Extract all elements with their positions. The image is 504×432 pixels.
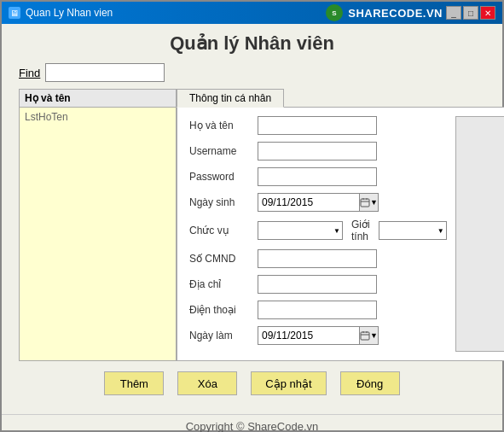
window-icon: 🖥 bbox=[9, 7, 20, 19]
left-panel: Họ và tên LstHoTen bbox=[19, 89, 177, 361]
input-diachi[interactable] bbox=[258, 275, 377, 294]
svg-rect-2 bbox=[361, 199, 369, 207]
find-label: Find bbox=[19, 67, 40, 79]
content-area: Quản lý Nhân viên Find Họ và tên LstHoTe… bbox=[2, 24, 502, 414]
button-row: Thêm Xóa Cập nhật Đóng bbox=[19, 361, 485, 406]
footer-text: Copyright © ShareCode.vn bbox=[186, 420, 319, 432]
title-bar-left: 🖥 Quan Ly Nhan vien bbox=[9, 7, 113, 19]
label-chucvu: Chức vụ bbox=[189, 225, 258, 236]
select-chucvu[interactable] bbox=[258, 221, 343, 240]
list-placeholder: LstHoTen bbox=[25, 111, 174, 123]
calendar-button-ngaysinh[interactable]: ▼ bbox=[360, 193, 379, 212]
minimize-button[interactable]: _ bbox=[446, 6, 461, 20]
form-row-username: Username bbox=[189, 142, 447, 161]
footer: Copyright © ShareCode.vn bbox=[2, 414, 502, 432]
form-row-chucvu: Chức vụ ▼ Giới tính bbox=[189, 219, 447, 242]
them-button[interactable]: Thêm bbox=[104, 371, 164, 395]
date-wrapper-ngaysinh: ▼ bbox=[258, 193, 379, 212]
xoa-button[interactable]: Xóa bbox=[177, 371, 237, 395]
chucvu-gioi-group: ▼ Giới tính ▼ bbox=[258, 219, 447, 242]
close-button[interactable]: ✕ bbox=[480, 6, 495, 20]
form-row-diachi: Địa chỉ bbox=[189, 275, 447, 294]
main-window: 🖥 Quan Ly Nhan vien S SHARECODE.VN _ □ ✕… bbox=[0, 0, 504, 432]
label-diachi: Địa chỉ bbox=[189, 278, 258, 290]
form-row-socmnd: Số CMND bbox=[189, 249, 447, 268]
form-row-ngaylam: Ngày làm ▼ bbox=[189, 326, 447, 345]
photo-area bbox=[455, 116, 504, 352]
label-password: Password bbox=[189, 171, 258, 183]
label-socmnd: Số CMND bbox=[189, 253, 258, 265]
tab-thongtin[interactable]: Thông tin cá nhân bbox=[177, 89, 284, 108]
capnhat-button[interactable]: Cập nhật bbox=[251, 371, 326, 395]
form-section: Họ và tên Username Password bbox=[189, 116, 447, 352]
find-input[interactable] bbox=[45, 63, 165, 82]
maximize-button[interactable]: □ bbox=[463, 6, 478, 20]
tab-bar: Thông tin cá nhân bbox=[177, 89, 504, 108]
input-username[interactable] bbox=[258, 142, 377, 161]
select-gioitinh[interactable] bbox=[379, 221, 447, 240]
label-hoten: Họ và tên bbox=[189, 120, 258, 131]
date-wrapper-ngaylam: ▼ bbox=[258, 326, 379, 345]
calendar-button-ngaylam[interactable]: ▼ bbox=[360, 326, 379, 345]
window-controls: _ □ ✕ bbox=[446, 6, 495, 20]
logo-text: SHARECODE.VN bbox=[348, 7, 443, 20]
input-socmnd[interactable] bbox=[258, 249, 377, 268]
find-row: Find bbox=[19, 63, 485, 82]
input-ngaylam[interactable] bbox=[258, 326, 360, 345]
dong-button[interactable]: Đóng bbox=[340, 371, 400, 395]
page-title: Quản lý Nhân viên bbox=[19, 32, 485, 55]
select-wrapper-gioitinh: ▼ bbox=[379, 221, 447, 240]
form-row-password: Password bbox=[189, 167, 447, 186]
label-ngaysinh: Ngày sinh bbox=[189, 196, 258, 208]
svg-rect-6 bbox=[361, 332, 369, 340]
select-wrapper-chucvu: ▼ bbox=[258, 221, 343, 240]
form-row-dienthoai: Điện thoại bbox=[189, 301, 447, 319]
input-password[interactable] bbox=[258, 167, 377, 186]
label-username: Username bbox=[189, 145, 258, 157]
input-dienthoai[interactable] bbox=[258, 301, 377, 319]
label-dienthoai: Điện thoại bbox=[189, 304, 258, 316]
window-title: Quan Ly Nhan vien bbox=[26, 7, 113, 19]
title-bar: 🖥 Quan Ly Nhan vien S SHARECODE.VN _ □ ✕ bbox=[2, 2, 502, 24]
list-body: LstHoTen bbox=[20, 108, 176, 360]
form-row-ngaysinh: Ngày sinh ▼ bbox=[189, 193, 447, 212]
tab-content: Họ và tên Username Password bbox=[177, 107, 504, 361]
logo-icon: S bbox=[326, 4, 343, 21]
label-ngaylam: Ngày làm bbox=[189, 330, 258, 342]
label-gioitinh: Giới tính bbox=[351, 219, 370, 242]
right-panel: Thông tin cá nhân Họ và tên Username bbox=[177, 89, 504, 361]
input-ngaysinh[interactable] bbox=[258, 193, 360, 212]
form-row-hoten: Họ và tên bbox=[189, 116, 447, 135]
svg-text:S: S bbox=[333, 9, 338, 17]
list-header: Họ và tên bbox=[20, 90, 176, 108]
main-area: Họ và tên LstHoTen Thông tin cá nhân Họ … bbox=[19, 89, 485, 361]
input-hoten[interactable] bbox=[258, 116, 377, 135]
logo-area: S SHARECODE.VN bbox=[326, 4, 443, 21]
